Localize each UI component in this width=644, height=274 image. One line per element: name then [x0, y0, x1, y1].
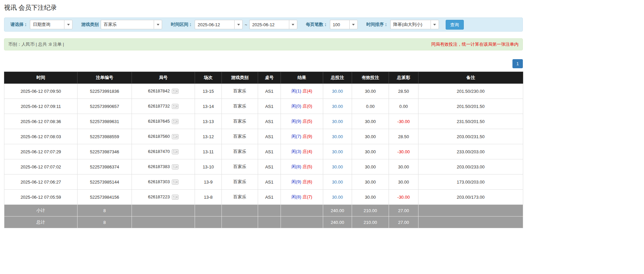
total-empty: [281, 217, 323, 228]
cell-result: 闲(9)庄(5): [281, 114, 323, 129]
game-detail-icon[interactable]: [172, 89, 179, 94]
game-type-dropdown-button[interactable]: [154, 20, 162, 29]
cell-round-id: 626187383: [132, 159, 195, 174]
cell-valid-bet: 0.00: [352, 99, 389, 114]
total-bet-link[interactable]: 30.00: [332, 164, 343, 169]
game-type-combobox: [101, 20, 162, 29]
chevron-down-icon: [292, 24, 294, 26]
table-row: 2025-06-12 07:08:36522573989631626187645…: [4, 114, 523, 129]
date-range-separator: ~: [245, 22, 247, 27]
chevron-down-icon: [352, 24, 355, 26]
time-sort-dropdown-button[interactable]: [431, 20, 439, 29]
total-bet-link[interactable]: 30.00: [332, 89, 343, 94]
header-session: 场次: [195, 72, 222, 84]
game-type-input[interactable]: [101, 20, 154, 29]
round-id-text: 626187303: [148, 179, 170, 184]
cell-session: 13-15: [195, 84, 222, 99]
cell-note: 203.00/233.00: [418, 159, 523, 174]
table-row: 2025-06-12 07:07:02522573986374626187383…: [4, 159, 523, 174]
time-sort-input[interactable]: [390, 20, 431, 29]
game-detail-icon[interactable]: [172, 119, 179, 124]
chevron-down-icon: [157, 24, 159, 26]
total-bet-link[interactable]: 30.00: [332, 104, 343, 109]
cell-payout: -30.00: [389, 190, 418, 205]
per-page-input[interactable]: [330, 20, 349, 29]
game-detail-icon[interactable]: [172, 104, 179, 109]
cell-total-bet: 30.00: [323, 84, 352, 99]
total-bet-link[interactable]: 30.00: [332, 134, 343, 139]
date-to-input[interactable]: [249, 20, 289, 29]
cell-session: 13-9: [195, 174, 222, 190]
total-bet-link[interactable]: 30.00: [332, 119, 343, 124]
subtotal-empty: [195, 205, 222, 217]
total-row: 总计 8 240.00 210.00 27.00: [4, 217, 523, 228]
date-to-dropdown-button[interactable]: [289, 20, 297, 29]
total-bet-link[interactable]: 30.00: [332, 180, 343, 185]
chevron-down-icon: [433, 24, 436, 26]
summary-bar: 币别：人民币 | 总共 :8 注单 | 同局有效投注，统一计算在该局第一张注单内: [4, 38, 523, 50]
game-detail-icon[interactable]: [172, 164, 179, 169]
filter-group-sort: 时间排序：: [364, 20, 439, 29]
query-button[interactable]: 查询: [446, 20, 464, 30]
subtotal-empty: [132, 205, 195, 217]
filter-group-daterange: 时间区间： ~: [168, 20, 297, 29]
cell-payout: -30.00: [389, 144, 418, 159]
cell-total-bet: 30.00: [323, 129, 352, 144]
cell-note: 201.50/230.00: [418, 84, 523, 99]
select-type-dropdown-button[interactable]: [64, 20, 72, 29]
table-row: 2025-06-12 07:05:59522573984156626187223…: [4, 190, 523, 205]
total-empty: [258, 217, 281, 228]
total-empty: [222, 217, 258, 228]
filter-group-perpage: 每页笔数：: [303, 20, 358, 29]
subtotal-empty: [222, 205, 258, 217]
cell-total-bet: 30.00: [323, 174, 352, 190]
chevron-down-icon: [67, 24, 70, 26]
cell-valid-bet: 30.00: [352, 114, 389, 129]
cell-note: 203.00/231.50: [418, 129, 523, 144]
total-empty: [418, 217, 523, 228]
cell-result: 闲(0)庄(0): [281, 99, 323, 114]
subtotal-total-bet: 240.00: [323, 205, 352, 217]
cell-game-type: 百家乐: [222, 190, 258, 205]
cell-game-type: 百家乐: [222, 84, 258, 99]
result-banker: 庄(4): [303, 149, 312, 154]
table-body: 2025-06-12 07:09:50522573991836626187842…: [4, 84, 523, 205]
table-row: 2025-06-12 07:06:27522573985144626187303…: [4, 174, 523, 190]
header-bet-id: 注单编号: [78, 72, 132, 84]
cell-game-type: 百家乐: [222, 99, 258, 114]
game-detail-icon[interactable]: [172, 195, 179, 200]
cell-round-id: 626187303: [132, 174, 195, 190]
subtotal-payout: 27.00: [389, 205, 418, 217]
game-detail-icon[interactable]: [172, 149, 179, 154]
cell-payout: 28.50: [389, 129, 418, 144]
total-bet-link[interactable]: 30.00: [332, 195, 343, 200]
game-detail-icon[interactable]: [172, 134, 179, 139]
date-to-combobox: [249, 20, 297, 29]
cell-table-no: AS1: [258, 190, 281, 205]
per-page-dropdown-button[interactable]: [349, 20, 358, 29]
total-bet-link[interactable]: 30.00: [332, 149, 343, 154]
cell-valid-bet: 30.00: [352, 174, 389, 190]
round-id-text: 626187383: [148, 164, 170, 169]
date-from-input[interactable]: [195, 20, 234, 29]
cell-time: 2025-06-12 07:06:27: [4, 174, 78, 190]
cell-table-no: AS1: [258, 144, 281, 159]
cell-time: 2025-06-12 07:09:11: [4, 99, 78, 114]
game-detail-icon[interactable]: [172, 180, 179, 185]
page-button-1[interactable]: 1: [512, 59, 523, 68]
cell-bet-id: 522573984156: [78, 190, 132, 205]
total-total-bet: 240.00: [323, 217, 352, 228]
select-type-input[interactable]: [30, 20, 64, 29]
cell-valid-bet: 30.00: [352, 144, 389, 159]
cell-game-type: 百家乐: [222, 174, 258, 190]
cell-valid-bet: 30.00: [352, 190, 389, 205]
cell-bet-id: 522573990657: [78, 99, 132, 114]
cell-session: 13-13: [195, 114, 222, 129]
result-banker: 庄(7): [303, 194, 312, 199]
round-id-text: 626187560: [148, 134, 170, 139]
cell-note: 233.00/203.00: [418, 144, 523, 159]
cell-game-type: 百家乐: [222, 159, 258, 174]
date-from-dropdown-button[interactable]: [234, 20, 243, 29]
cell-session: 13-10: [195, 159, 222, 174]
valid-bet-notice-text: 同局有效投注，统一计算在该局第一张注单内: [431, 41, 518, 47]
